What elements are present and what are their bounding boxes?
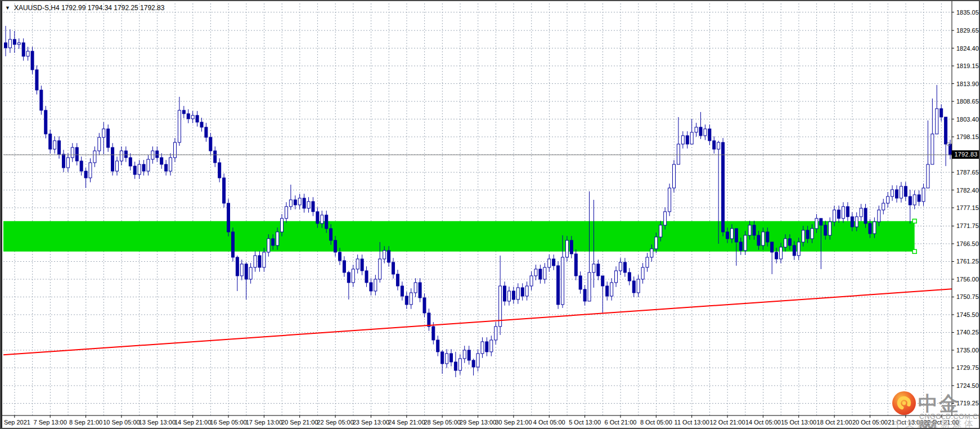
candle-body	[851, 217, 853, 227]
price-axis-label: 1835.05	[956, 9, 979, 16]
trendline[interactable]	[3, 289, 952, 355]
candle-body	[681, 136, 684, 144]
candle-body	[254, 256, 257, 267]
time-axis-label: 6 Oct 21:00	[605, 419, 637, 426]
candle-body	[142, 164, 145, 171]
time-axis-label: 17 Sep 13:00	[246, 419, 282, 426]
time-axis-label: 21 Oct 13:00	[888, 419, 923, 426]
candle-body	[570, 240, 573, 254]
candle-body	[922, 188, 925, 202]
selection-handle[interactable]	[912, 219, 916, 223]
candle-body	[93, 151, 96, 163]
candle-body	[303, 198, 305, 208]
candle-body	[708, 129, 711, 141]
candle-body	[98, 137, 101, 151]
candle-body	[405, 296, 408, 305]
candle-body	[454, 362, 457, 370]
candle-body	[530, 276, 533, 286]
candle-body	[35, 70, 38, 90]
candle-body	[842, 207, 844, 218]
symbol-dropdown-arrow[interactable]: ▼	[5, 5, 10, 11]
time-axis-label: 20 Sep 21:00	[281, 419, 318, 426]
candle-body	[423, 298, 426, 313]
candle-body	[276, 232, 279, 245]
chart-header: ▼ XAUUSD-S,H4 1792.99 1794.34 1792.25 17…	[5, 4, 164, 12]
candle-body	[267, 239, 270, 252]
candle-body	[699, 127, 702, 136]
candle-body	[940, 109, 943, 117]
candle-body	[437, 340, 439, 352]
candle-body	[209, 137, 212, 151]
candle-body	[396, 274, 399, 286]
candle-body	[191, 115, 194, 119]
candle-body	[637, 279, 640, 293]
candle-body	[111, 148, 114, 171]
candle-body	[281, 218, 284, 232]
time-axis-label: 14 Oct 05:00	[745, 419, 781, 426]
candle-body	[878, 210, 880, 222]
candle-body	[931, 134, 934, 164]
candle-body	[597, 264, 600, 276]
price-axis-label: 1750.75	[956, 293, 979, 300]
candle-body	[918, 195, 920, 202]
price-axis-label: 1787.65	[956, 169, 979, 176]
time-axis-label: 6 Sep 2021	[1, 419, 30, 426]
price-axis-label: 1824.40	[956, 45, 979, 52]
candle-body	[882, 203, 885, 210]
candle-body	[534, 269, 537, 276]
candle-body	[26, 51, 29, 56]
candle-body	[516, 288, 519, 300]
candle-body	[289, 200, 292, 207]
candle-body	[463, 350, 466, 359]
candle-body	[610, 283, 613, 296]
candle-body	[485, 342, 488, 352]
candle-body	[5, 43, 7, 48]
candle-body	[504, 286, 506, 301]
candle-body	[525, 286, 528, 296]
candle-body	[913, 195, 916, 205]
candle-body	[89, 163, 92, 178]
candle-body	[557, 266, 560, 305]
candle-body	[793, 245, 795, 256]
time-axis-label: 24 Sep 21:00	[388, 419, 425, 426]
candle-body	[887, 196, 889, 203]
candle-body	[392, 262, 395, 274]
candle-body	[446, 354, 448, 364]
candle-body	[214, 151, 217, 163]
selection-handle[interactable]	[912, 249, 916, 253]
price-axis-label: 1745.50	[956, 311, 979, 318]
candle-body	[788, 239, 791, 245]
candle-body	[512, 291, 515, 300]
candle-body	[806, 230, 809, 239]
candle-body	[441, 352, 444, 364]
candle-body	[165, 164, 168, 171]
candle-body	[579, 276, 582, 289]
candle-body	[775, 252, 778, 259]
candle-body	[187, 114, 190, 119]
price-axis-label: 1740.25	[956, 329, 979, 336]
candle-body	[722, 142, 725, 232]
time-axis-label: 8 Sep 21:00	[69, 419, 102, 426]
price-axis-label: 1777.15	[956, 204, 979, 211]
candle-body	[664, 212, 667, 225]
price-axis-label: 1724.50	[956, 382, 979, 389]
candlestick-chart-canvas[interactable]: 1835.051829.651824.401819.151813.901808.…	[1, 1, 980, 429]
candle-body	[75, 148, 78, 161]
support-zone-rectangle[interactable]	[3, 221, 915, 252]
candle-body	[495, 327, 497, 340]
candle-body	[588, 272, 591, 301]
candle-body	[388, 251, 390, 262]
price-axis-label: 1813.90	[956, 81, 979, 87]
time-axis-label: 11 Oct 13:00	[675, 419, 709, 426]
time-axis-label: 8 Oct 05:00	[640, 419, 672, 426]
candle-body	[561, 257, 564, 305]
candle-body	[565, 240, 568, 257]
candle-body	[129, 158, 132, 166]
candle-body	[147, 159, 150, 171]
candle-body	[178, 110, 181, 142]
time-axis-label: 22 Sep 05:00	[317, 419, 353, 426]
candle-body	[294, 200, 296, 205]
candle-body	[623, 262, 626, 272]
candle-body	[200, 122, 203, 127]
candle-body	[815, 218, 818, 229]
